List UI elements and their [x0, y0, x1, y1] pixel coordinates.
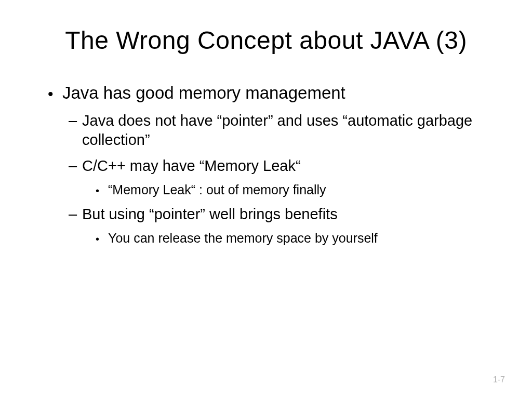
bullet-level2: But using “pointer” well brings benefits — [82, 205, 501, 223]
bullet-level1: Java has good memory management — [62, 83, 501, 103]
slide-title: The Wrong Concept about JAVA (3) — [31, 26, 501, 55]
bullet-level3: “Memory Leak“ : out of memory finally — [108, 182, 501, 197]
bullet-level2: Java does not have “pointer” and uses “a… — [82, 111, 501, 149]
slide-content: Java has good memory management Java doe… — [31, 83, 501, 246]
page-number: 1-7 — [493, 375, 505, 384]
slide-container: The Wrong Concept about JAVA (3) Java ha… — [0, 0, 532, 399]
bullet-level2: C/C++ may have “Memory Leak“ — [82, 156, 501, 175]
bullet-level3: You can release the memory space by your… — [108, 231, 501, 246]
